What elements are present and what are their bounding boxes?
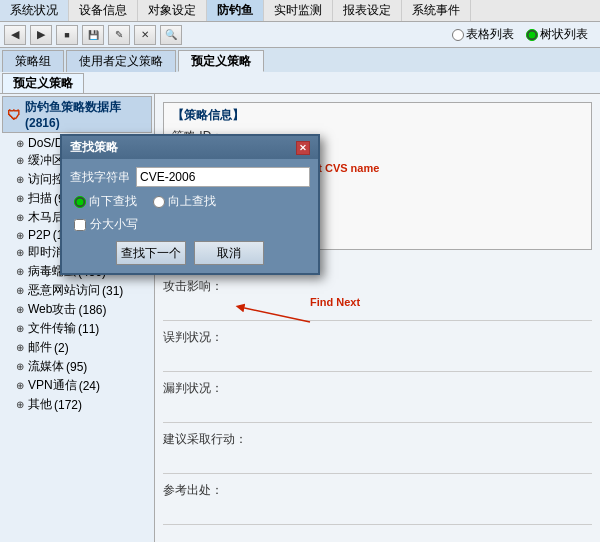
annotation-find-next: Find Next <box>310 296 360 308</box>
sub-tabs: 预定义策略 <box>0 72 600 94</box>
svg-line-1 <box>240 307 310 322</box>
toolbar: ◀ ▶ ■ 💾 ✎ ✕ 🔍 表格列表 树状列表 <box>0 22 600 48</box>
delete-button[interactable]: ✕ <box>134 25 156 45</box>
direction-radio-group: 向下查找 向上查找 <box>74 193 310 210</box>
dialog-title: 查找策略 <box>70 139 118 156</box>
radio-down-label[interactable]: 向下查找 <box>74 193 137 210</box>
search-label: 查找字符串 <box>70 169 130 186</box>
sub-tab-predefined[interactable]: 预定义策略 <box>2 73 84 93</box>
edit-button[interactable]: ✎ <box>108 25 130 45</box>
tab-user-defined[interactable]: 使用者定义策略 <box>66 50 176 72</box>
tab-predefined[interactable]: 预定义策略 <box>178 50 264 72</box>
find-policy-dialog: 查找策略 ✕ 查找字符串 向下查找 向上查找 <box>60 134 320 275</box>
search-button[interactable]: 🔍 <box>160 25 182 45</box>
top-menu-bar: 系统状况 设备信息 对象设定 防钓鱼 实时监测 报表设定 系统事件 <box>0 0 600 22</box>
main-tabs: 策略组 使用者定义策略 预定义策略 <box>0 48 600 72</box>
dialog-close-button[interactable]: ✕ <box>296 141 310 155</box>
menu-device-info[interactable]: 设备信息 <box>69 0 138 21</box>
table-view-radio[interactable]: 表格列表 <box>452 26 514 43</box>
find-next-button[interactable]: 查找下一个 <box>116 241 186 265</box>
menu-system-status[interactable]: 系统状况 <box>0 0 69 21</box>
search-input[interactable] <box>136 167 310 187</box>
menu-realtime-monitor[interactable]: 实时监测 <box>264 0 333 21</box>
tab-policy-group[interactable]: 策略组 <box>2 50 64 72</box>
menu-report-settings[interactable]: 报表设定 <box>333 0 402 21</box>
save-button[interactable]: 💾 <box>82 25 104 45</box>
dialog-buttons: 查找下一个 取消 <box>70 241 310 265</box>
main-content: 🛡 防钓鱼策略数据库 (2816) ⊕ DoS/DDoS (122) ⊕ 缓冲区… <box>0 94 600 542</box>
menu-anti-phishing[interactable]: 防钓鱼 <box>207 0 264 21</box>
dialog-overlay: 查找策略 ✕ 查找字符串 向下查找 向上查找 <box>0 94 600 542</box>
search-row: 查找字符串 <box>70 167 310 187</box>
stop-button[interactable]: ■ <box>56 25 78 45</box>
radio-up-label[interactable]: 向上查找 <box>153 193 216 210</box>
dialog-body: 查找字符串 向下查找 向上查找 分大小写 <box>62 159 318 273</box>
forward-button[interactable]: ▶ <box>30 25 52 45</box>
dialog-title-bar: 查找策略 ✕ <box>62 136 318 159</box>
annotation-arrow-findnext <box>210 282 340 332</box>
radio-down[interactable] <box>74 196 86 208</box>
tree-view-radio[interactable]: 树状列表 <box>526 26 588 43</box>
view-toggle: 表格列表 树状列表 <box>452 26 596 43</box>
case-sensitive-label: 分大小写 <box>90 216 138 233</box>
menu-system-events[interactable]: 系统事件 <box>402 0 471 21</box>
menu-object-settings[interactable]: 对象设定 <box>138 0 207 21</box>
radio-up[interactable] <box>153 196 165 208</box>
cancel-button[interactable]: 取消 <box>194 241 264 265</box>
case-sensitive-row: 分大小写 <box>74 216 310 233</box>
back-button[interactable]: ◀ <box>4 25 26 45</box>
case-sensitive-checkbox[interactable] <box>74 219 86 231</box>
